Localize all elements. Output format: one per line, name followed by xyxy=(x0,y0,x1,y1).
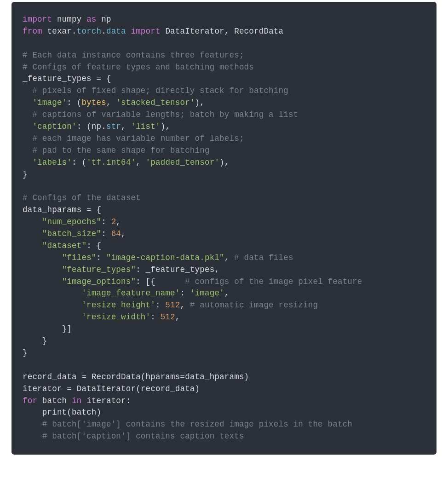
string-val: 'tf.int64' xyxy=(86,158,136,167)
string-key: "files" xyxy=(62,253,97,262)
punct: = DataIterator(record_data) xyxy=(62,384,200,393)
punct: : xyxy=(180,289,190,298)
code-block: import numpy as np from texar.torch.data… xyxy=(11,2,437,455)
punct: = { xyxy=(92,74,111,83)
comment: # configs of the image pixel feature xyxy=(185,277,362,286)
number: 64 xyxy=(111,229,121,238)
comment: # each image has variable number of labe… xyxy=(23,134,244,143)
module-numpy: numpy xyxy=(57,15,82,24)
string-val: 'list' xyxy=(131,122,160,131)
string-val: 'image' xyxy=(190,289,224,298)
string-val: 'stacked_tensor' xyxy=(116,98,195,107)
comment: # batch['caption'] contains caption text… xyxy=(23,432,244,441)
number: 512 xyxy=(165,300,180,310)
punct: ), xyxy=(195,98,205,107)
punct: } xyxy=(23,336,47,346)
keyword-in: in xyxy=(72,396,81,405)
punct: = { xyxy=(81,205,101,214)
punct: = RecordData(hparams=data_hparams) xyxy=(77,372,249,381)
keyword-import: import xyxy=(131,27,160,36)
string-val: "image-caption-data.pkl" xyxy=(106,253,224,262)
punct: } xyxy=(23,348,28,358)
comment: # Each data instance contains three feat… xyxy=(23,51,244,60)
attr-data: data xyxy=(106,27,126,36)
punct: , xyxy=(106,98,116,107)
var-feature-types: _feature_types xyxy=(23,74,92,83)
comment: # automatic image resizing xyxy=(190,300,318,310)
punct: ), xyxy=(161,122,170,131)
punct: , xyxy=(224,289,230,298)
comment: # batch['image'] contains the resized im… xyxy=(23,420,352,429)
comment: # Configs of feature types and batching … xyxy=(23,63,254,72)
import-names: DataIterator, RecordData xyxy=(165,27,283,36)
number: 2 xyxy=(111,217,116,226)
call-print: print xyxy=(23,408,67,417)
punct: : [{ xyxy=(136,277,185,286)
punct: , xyxy=(121,229,126,238)
var-record-data: record_data xyxy=(23,372,77,381)
punct: (batch) xyxy=(67,408,101,417)
string-key: "batch_size" xyxy=(42,229,101,238)
string-key: "feature_types" xyxy=(62,265,136,274)
punct: : (np. xyxy=(77,122,106,131)
string-key: "image_options" xyxy=(62,277,136,286)
module-texar: texar xyxy=(47,27,72,36)
punct: : xyxy=(101,217,111,226)
punct: : _feature_types, xyxy=(136,265,219,274)
code-content: import numpy as np from texar.torch.data… xyxy=(23,14,425,443)
comment: # pixels of fixed shape; directly stack … xyxy=(23,86,288,95)
comment: # captions of variable lengths; batch by… xyxy=(23,110,298,119)
punct: , xyxy=(224,253,234,262)
keyword-as: as xyxy=(86,15,96,24)
builtin-bytes: bytes xyxy=(81,98,106,107)
ident-iterator: iterator: xyxy=(81,396,131,405)
string-val: 'padded_tensor' xyxy=(146,158,220,167)
string-key: 'resize_width' xyxy=(81,312,150,322)
comment: # Configs of the dataset xyxy=(23,193,141,202)
punct: , xyxy=(136,158,145,167)
alias-np: np xyxy=(101,15,111,24)
punct: : ( xyxy=(67,98,81,107)
string-key: 'caption' xyxy=(32,122,76,131)
punct: }] xyxy=(23,324,72,334)
attr-str: str xyxy=(106,122,121,131)
punct: , xyxy=(121,122,131,131)
punct: , xyxy=(175,312,180,322)
comment: # pad to the same shape for batching xyxy=(23,146,210,155)
attr-torch: torch xyxy=(77,27,102,36)
punct: : xyxy=(97,253,106,262)
string-key: "num_epochs" xyxy=(42,217,101,226)
string-key: 'labels' xyxy=(32,158,72,167)
comment: # data files xyxy=(234,253,293,262)
keyword-import: import xyxy=(23,15,52,24)
punct: : xyxy=(155,300,165,310)
string-key: 'image_feature_name' xyxy=(81,289,180,298)
string-key: 'image' xyxy=(32,98,67,107)
keyword-for: for xyxy=(23,396,37,405)
punct: , xyxy=(180,300,190,310)
keyword-from: from xyxy=(23,27,42,36)
punct: , xyxy=(116,217,121,226)
string-key: "dataset" xyxy=(42,241,86,250)
punct: : { xyxy=(86,241,101,250)
number: 512 xyxy=(161,312,175,322)
punct: : xyxy=(101,229,111,238)
string-key: 'resize_height' xyxy=(81,300,155,310)
punct: : ( xyxy=(72,158,86,167)
var-iterator: iterator xyxy=(23,384,62,393)
var-data-hparams: data_hparams xyxy=(23,205,81,214)
punct: ), xyxy=(219,158,229,167)
ident-batch: batch xyxy=(37,396,72,405)
punct: : xyxy=(150,312,160,322)
punct: } xyxy=(23,170,28,179)
